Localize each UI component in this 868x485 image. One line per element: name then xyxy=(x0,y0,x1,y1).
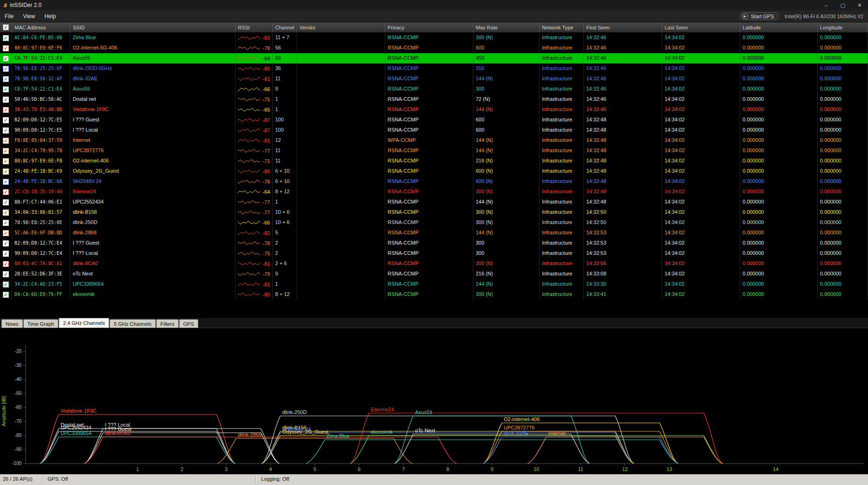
start-gps-button[interactable]: ▶ Start GPS xyxy=(740,12,779,20)
table-header: ✓MAC AddressSSIDRSSIChannelVendorPrivacy… xyxy=(0,22,868,33)
column-header-vendor[interactable]: Vendor xyxy=(297,22,385,32)
cell-first-seen: 14:32:46 xyxy=(584,33,662,43)
cell-channel: 10 + 6 xyxy=(273,218,297,228)
table-row[interactable]: ✓24:4B:FE:1B:BC:69Odyssey_2G_Guest-806 +… xyxy=(0,166,868,176)
cell-ssid: dlink-250D-5GHz xyxy=(70,63,236,74)
row-checkbox[interactable]: ✓ xyxy=(3,199,9,205)
row-checkbox[interactable]: ✓ xyxy=(3,127,9,134)
row-checkbox[interactable]: ✓ xyxy=(3,179,9,185)
row-checkbox[interactable]: ✓ xyxy=(3,158,9,164)
column-header-network-type[interactable]: Network Type xyxy=(540,22,584,32)
close-button[interactable]: ✕ xyxy=(851,0,868,10)
table-row[interactable]: ✓80:8C:97:E0:6E:FBO2-internet-406-7111RS… xyxy=(0,156,868,166)
row-checkbox[interactable]: ✓ xyxy=(3,292,9,298)
table-row[interactable]: ✓34:2C:C4:70:95:78UPC3972776-7711RSNA-CC… xyxy=(0,146,868,156)
cell-privacy: RSNA-CCMP xyxy=(385,207,473,218)
row-checkbox-cell: ✓ xyxy=(0,105,12,115)
table-row[interactable]: ✓F8:8E:85:84:37:59Internet-8112WPA-CCMP1… xyxy=(0,135,868,146)
menu-bar: File View Help ▶ Start GPS Intel(R) Wi-F… xyxy=(0,10,868,22)
menu-view[interactable]: View xyxy=(18,13,40,20)
cell-max-rate: 72 (N) xyxy=(473,94,540,105)
table-row[interactable]: ✓AC:84:C6:FE:B5:08Zima Blue-8311 + 7RSNA… xyxy=(0,33,868,43)
table-row[interactable]: ✓88:F7:C7:44:06:E1UPC2552434-771RSNA-CCM… xyxy=(0,197,868,207)
row-checkbox[interactable]: ✓ xyxy=(3,56,9,62)
table-row[interactable]: ✓CA:7F:54:32:C1:E4Asus59-8456RSNA-CCMP45… xyxy=(0,53,868,63)
cell-last-seen: 14:34:02 xyxy=(662,94,740,105)
table-row[interactable]: ✓B2:09:D0:12:7C:E5I ??? Guest-87100RSNA-… xyxy=(0,115,868,125)
column-header-mac-address[interactable]: MAC Address xyxy=(12,22,70,32)
row-checkbox[interactable]: ✓ xyxy=(3,271,9,277)
table-row[interactable]: ✓38:43:7D:E3:48:BBVodafone-1F9C-651RSNA-… xyxy=(0,105,868,115)
table-row[interactable]: ✓24:4B:FE:1B:BC:68SH2048V.24-786 + 10RSN… xyxy=(0,176,868,187)
row-checkbox[interactable]: ✓ xyxy=(3,97,9,103)
table-row[interactable]: ✓78:98:E8:56:32:AFdlink-32AE-8111RSNA-CC… xyxy=(0,74,868,84)
row-checkbox[interactable]: ✓ xyxy=(3,45,9,51)
row-checkbox[interactable]: ✓ xyxy=(3,169,9,175)
table-row[interactable]: ✓78:98:E8:25:25:0Fdlink-250D-5GHz-8536RS… xyxy=(0,63,868,74)
table-row[interactable]: ✓2C:C8:1B:35:10:40Etienne24-648 + 12RSNA… xyxy=(0,187,868,197)
rssi-sparkline xyxy=(238,168,262,175)
cell-ssid: O2-internet-5G-406 xyxy=(70,43,236,53)
column-header-channel[interactable]: Channel xyxy=(273,22,297,32)
cell-network-type: Infrastructure xyxy=(540,218,584,228)
tab-time-graph[interactable]: Time Graph xyxy=(23,319,59,328)
row-checkbox[interactable]: ✓ xyxy=(3,251,9,257)
table-row[interactable]: ✓80:8C:97:E0:6E:F6O2-internet-5G-406-785… xyxy=(0,43,868,53)
tab-5-ghz-channels[interactable]: 5 GHz Channels xyxy=(110,319,156,328)
row-checkbox[interactable]: ✓ xyxy=(3,240,9,246)
cell-last-seen: 14:34:02 xyxy=(662,74,740,84)
table-row[interactable]: ✓90:09:D0:12:7C:E5I ??? Local-87100RSNA-… xyxy=(0,125,868,135)
tab-gps[interactable]: GPS xyxy=(179,319,198,328)
row-checkbox[interactable]: ✓ xyxy=(3,66,9,72)
table-row[interactable]: ✓34:2C:C4:AD:23:F5UPC3389654-811RSNA-CCM… xyxy=(0,279,868,289)
row-checkbox[interactable]: ✓ xyxy=(3,230,9,236)
adapter-selector[interactable]: Intel(R) Wi-Fi 6 AX200 160MHz #2 xyxy=(785,14,863,19)
column-header-privacy[interactable]: Privacy xyxy=(385,22,473,32)
row-checkbox[interactable]: ✓ xyxy=(3,76,9,82)
tab-filters[interactable]: Filters xyxy=(156,319,179,328)
column-header-last-seen[interactable]: Last Seen xyxy=(662,22,740,32)
cell-latitude: 0.000000 xyxy=(740,53,818,63)
table-row[interactable]: ✓60:63:4C:7A:8C:A1dlink-8CA0-812 + 6RSNA… xyxy=(0,259,868,269)
row-checkbox[interactable]: ✓ xyxy=(3,189,9,195)
table-row[interactable]: ✓78:98:E8:25:25:0Edlink-250D-6610 + 6RSN… xyxy=(0,218,868,228)
table-row[interactable]: ✓B2:09:D0:12:7C:E4I ??? Guest-782RSNA-CC… xyxy=(0,238,868,248)
row-checkbox[interactable]: ✓ xyxy=(3,35,9,41)
table-row[interactable]: ✓90:09:D0:12:7C:E4I ??? Local-752RSNA-CC… xyxy=(0,248,868,259)
row-checkbox[interactable]: ✓ xyxy=(3,148,9,154)
maximize-button[interactable]: ▢ xyxy=(834,0,851,10)
column-header-ssid[interactable]: SSID xyxy=(70,22,236,32)
table-row[interactable]: ✓5C:A6:E6:6F:DB:BDdlink-2868-825RSNA-CCM… xyxy=(0,228,868,238)
cell-last-seen: 14:34:02 xyxy=(662,33,740,43)
column-header-rssi[interactable]: RSSI xyxy=(236,22,273,32)
table-row[interactable]: ✓C8:7F:54:22:C1:E4Asus59-669RSNA-CCMP300… xyxy=(0,84,868,94)
select-all-checkbox[interactable]: ✓ xyxy=(3,24,9,30)
table-row[interactable]: ✓28:EE:52:D6:3F:3EoTc Next-799RSNA-CCMP2… xyxy=(0,269,868,279)
table-row[interactable]: ✓34:0A:33:86:81:57dlink-B156-7710 + 6RSN… xyxy=(0,207,868,218)
row-checkbox[interactable]: ✓ xyxy=(3,220,9,226)
minimize-button[interactable]: – xyxy=(818,0,834,10)
row-checkbox[interactable]: ✓ xyxy=(3,117,9,123)
cell-longitude: 0.000000 xyxy=(818,207,868,218)
column-header-latitude[interactable]: Latitude xyxy=(740,22,818,32)
row-checkbox[interactable]: ✓ xyxy=(3,138,9,144)
tab-2-4-ghz-channels[interactable]: 2.4 GHz Channels xyxy=(59,318,109,328)
row-checkbox[interactable]: ✓ xyxy=(3,86,9,92)
row-checkbox[interactable]: ✓ xyxy=(3,261,9,267)
cell-rssi: -81 xyxy=(236,279,273,289)
cell-privacy: RSNA-CCMP xyxy=(385,146,473,156)
cell-channel: 10 + 6 xyxy=(273,207,297,218)
tab-news[interactable]: News xyxy=(1,319,23,328)
cell-rssi: -71 xyxy=(236,156,273,166)
cell-longitude: 0.000000 xyxy=(818,238,868,248)
menu-file[interactable]: File xyxy=(0,13,18,20)
column-header-longitude[interactable]: Longitude xyxy=(818,22,868,32)
table-row[interactable]: ✓D4:CA:6D:E0:76:FFekonomik-808 + 12RSNA-… xyxy=(0,289,868,300)
column-header-max-rate[interactable]: Max Rate xyxy=(473,22,540,32)
table-row[interactable]: ✓50:46:5D:BC:56:ACDostal net-751RSNA-CCM… xyxy=(0,94,868,105)
row-checkbox[interactable]: ✓ xyxy=(3,107,9,113)
row-checkbox[interactable]: ✓ xyxy=(3,210,9,216)
menu-help[interactable]: Help xyxy=(40,13,61,20)
column-header-first-seen[interactable]: First Seen xyxy=(584,22,662,32)
row-checkbox[interactable]: ✓ xyxy=(3,281,9,288)
